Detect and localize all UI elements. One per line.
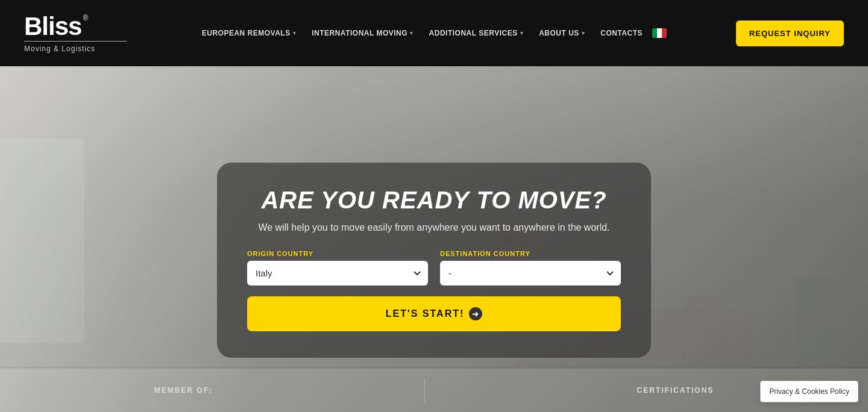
hero-section: Are you ready to move? We will help you …: [0, 66, 868, 412]
nav-item-contacts[interactable]: CONTACTS: [594, 25, 649, 41]
origin-country-select[interactable]: Italy France Germany Spain United Kingdo…: [247, 261, 428, 286]
chevron-down-icon: ▾: [410, 30, 414, 36]
nav-item-about-us[interactable]: ABOUT US ▾: [533, 25, 591, 41]
bottom-bar: MEMBER OF: CERTIFICATIONS: [0, 369, 868, 412]
hero-title: Are you ready to move?: [247, 187, 621, 214]
nav-item-international-moving[interactable]: INTERNATIONAL MOVING ▾: [306, 25, 419, 41]
svg-rect-12: [796, 277, 832, 367]
nav-links: EUROPEAN REMOVALS ▾ INTERNATIONAL MOVING…: [127, 25, 736, 41]
navbar: Bliss ® Moving & Logistics EUROPEAN REMO…: [0, 0, 868, 66]
destination-country-label: DESTINATION COUNTRY: [440, 250, 621, 257]
bottom-divider: [424, 378, 425, 402]
certifications-label: CERTIFICATIONS: [637, 386, 714, 395]
origin-country-group: ORIGIN COUNTRY Italy France Germany Spai…: [247, 250, 428, 286]
logo-subtitle: Moving & Logistics: [24, 45, 95, 53]
svg-rect-11: [681, 295, 729, 367]
svg-rect-0: [652, 28, 657, 38]
member-of-label: MEMBER OF:: [154, 386, 213, 395]
destination-country-select[interactable]: - France Germany Spain United Kingdom US…: [440, 261, 621, 286]
nav-item-european-removals[interactable]: EUROPEAN REMOVALS ▾: [196, 25, 302, 41]
svg-rect-6: [6, 244, 39, 334]
origin-country-label: ORIGIN COUNTRY: [247, 250, 428, 257]
svg-rect-5: [45, 145, 78, 235]
svg-rect-1: [657, 28, 662, 38]
chevron-down-icon: ▾: [293, 30, 297, 36]
arrow-right-icon: ➜: [469, 307, 482, 320]
svg-rect-7: [45, 244, 78, 334]
svg-rect-2: [662, 28, 667, 38]
logo-title: Bliss: [24, 14, 81, 39]
nav-item-additional-services[interactable]: ADDITIONAL SERVICES ▾: [423, 25, 530, 41]
lets-start-label: LET'S START!: [386, 308, 465, 319]
logo[interactable]: Bliss ® Moving & Logistics: [24, 14, 127, 53]
svg-rect-4: [6, 145, 39, 235]
hero-subtitle: We will help you to move easily from any…: [247, 222, 621, 233]
chevron-down-icon: ▾: [582, 30, 585, 36]
form-row: ORIGIN COUNTRY Italy France Germany Spai…: [247, 250, 621, 286]
language-flag-icon[interactable]: [652, 28, 667, 38]
chevron-down-icon: ▾: [520, 30, 524, 36]
request-inquiry-button[interactable]: REQUEST INQUIRY: [736, 20, 844, 46]
logo-divider: [24, 41, 127, 42]
lets-start-button[interactable]: LET'S START! ➜: [247, 296, 621, 331]
privacy-cookies-badge[interactable]: Privacy & Cookies Policy: [760, 381, 858, 402]
hero-card: Are you ready to move? We will help you …: [217, 163, 651, 358]
destination-country-group: DESTINATION COUNTRY - France Germany Spa…: [440, 250, 621, 286]
logo-registered: ®: [83, 14, 88, 22]
